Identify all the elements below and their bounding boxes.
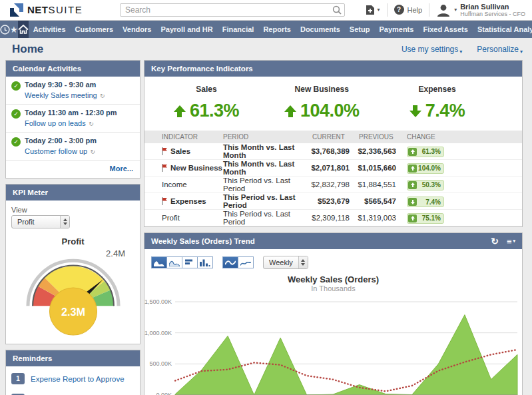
chart-line-smooth-button[interactable] [222, 256, 238, 268]
caret-down-icon: ▾ [454, 7, 457, 13]
nav-item-payroll-and-hr[interactable]: Payroll and HR [156, 21, 217, 38]
up-arrow-icon [174, 105, 186, 117]
netsuite-logo-icon [9, 3, 24, 17]
up-arrow-icon [408, 165, 417, 173]
kpi-view-select[interactable]: Profit [11, 215, 70, 228]
nav-item-customers[interactable]: Customers [71, 21, 118, 38]
recurring-icon: ↻ [100, 93, 105, 99]
sidebar: Calendar Activities ✓ Today 9:30 - 9:30 … [5, 60, 140, 395]
help-icon: ? [394, 5, 404, 15]
kpi-highlight-sales: Sales 61.3% [170, 85, 243, 121]
kpi-portlet-header[interactable]: Key Performance Indicators [144, 61, 522, 77]
chart-type-bar-button[interactable] [182, 256, 198, 268]
up-arrow-icon [408, 214, 417, 222]
gauge-value: 2.3M [61, 306, 85, 318]
check-icon: ✓ [11, 81, 21, 91]
brand-text-light: SUITE [49, 4, 83, 15]
topbar: NETSUITE ▾ ? Help [0, 0, 532, 21]
up-arrow-icon [408, 148, 417, 156]
kpi-table-header: INDICATOR PERIOD CURRENT PREVIOUS CHANGE [144, 131, 522, 143]
kpi-gauge: Profit 2.4M 2.3M [11, 236, 134, 338]
check-icon: ✓ [11, 109, 21, 119]
divider [429, 3, 429, 17]
main-navbar: ★ Activities Customers Vendors Payroll a… [0, 21, 532, 38]
change-badge: 61.3% [407, 147, 444, 157]
svg-text:1,500.00K: 1,500.00K [144, 298, 172, 305]
reminder-item: 39 Bills to Pay [6, 389, 140, 395]
more-link[interactable]: More... [110, 165, 133, 173]
reminders-portlet-header[interactable]: Reminders [6, 350, 140, 366]
tab-home[interactable] [18, 21, 29, 38]
nav-item-payments[interactable]: Payments [374, 21, 418, 38]
event-time: Today 11:30 am - 12:30 pm [25, 109, 117, 117]
nav-item-reports[interactable]: Reports [258, 21, 296, 38]
kpi-portlet: Key Performance Indicators Sales 61.3% N… [144, 60, 523, 227]
calendar-event: ✓ Today 2:00 - 3:00 pm Customer follow u… [6, 133, 140, 161]
user-menu[interactable]: ▾ Brian Sullivan Huffman Services - CFO [436, 3, 525, 18]
calendar-activities-portlet: Calendar Activities ✓ Today 9:30 - 9:30 … [5, 60, 140, 179]
nav-item-statistical-analysis[interactable]: Statistical Analysis [473, 21, 532, 38]
gauge-title: Profit [11, 236, 134, 246]
calendar-portlet-header[interactable]: Calendar Activities [6, 61, 140, 77]
nav-item-fixed-assets[interactable]: Fixed Assets [418, 21, 472, 38]
home-icon [18, 25, 29, 34]
caret-down-icon: ▾ [459, 49, 462, 55]
change-badge: 104.0% [407, 163, 444, 174]
global-search [120, 3, 345, 17]
flag-icon [162, 147, 168, 155]
nav-item-setup[interactable]: Setup [345, 21, 375, 38]
chart-type-area-outline-button[interactable] [166, 256, 182, 268]
kpi-meter-portlet: KPI Meter View Profit Profit 2.4M [5, 184, 140, 344]
create-new-icon [366, 5, 375, 15]
caret-down-icon: ▾ [377, 7, 380, 13]
kpi-table-row: Income This Period vs. Last Period $2,83… [144, 177, 522, 193]
trend-portlet-header[interactable]: Weekly Sales (Orders) Trend ↻ ≡▾ [144, 233, 522, 249]
trend-interval-select[interactable]: Weekly [263, 256, 308, 269]
create-new-button[interactable]: ▾ [366, 5, 380, 15]
event-time: Today 2:00 - 3:00 pm [25, 137, 97, 145]
use-my-settings-link[interactable]: Use my settings▾ [401, 45, 462, 54]
flag-icon [162, 164, 168, 172]
user-name: Brian Sullivan [460, 3, 525, 11]
down-arrow-icon [409, 105, 421, 117]
page-heading-row: Home Use my settings▾ Personalize▾ [0, 38, 532, 60]
kpi-table-row: Profit This Period vs. Last Period $2,30… [144, 210, 522, 226]
nav-item-documents[interactable]: Documents [296, 21, 345, 38]
reminder-link[interactable]: Expense Report to Approve [31, 375, 125, 383]
portlet-menu-button[interactable]: ≡▾ [507, 236, 515, 246]
recurring-icon: ↻ [91, 149, 96, 155]
topbar-actions: ▾ ? Help ▾ Brian Sullivan Huffman Servic… [366, 3, 532, 18]
reminders-portlet: Reminders 1 Expense Report to Approve 39… [5, 350, 140, 395]
refresh-icon[interactable]: ↻ [491, 236, 499, 246]
gauge-max-label: 2.4M [106, 248, 125, 258]
event-link[interactable]: Weekly Sales meeting [25, 91, 97, 99]
nav-item-activities[interactable]: Activities [29, 21, 71, 38]
gauge-meter: 2.3M [14, 248, 133, 336]
chart-type-area-button[interactable] [151, 256, 167, 268]
search-icon[interactable] [332, 5, 342, 17]
chart-line-button[interactable] [238, 256, 254, 268]
help-button[interactable]: ? Help [394, 5, 423, 15]
netsuite-logo[interactable]: NETSUITE [0, 3, 120, 17]
select-stepper-icon [60, 216, 69, 228]
event-link[interactable]: Follow up on leads [25, 119, 86, 127]
caret-down-icon: ▾ [520, 49, 523, 55]
recent-records-button[interactable] [0, 21, 10, 38]
chart-title: Weekly Sales (Orders) [144, 274, 522, 284]
personalize-link[interactable]: Personalize▾ [477, 45, 523, 54]
shortcuts-button[interactable]: ★ [10, 21, 18, 38]
page-title: Home [12, 43, 43, 56]
clock-icon [0, 25, 10, 35]
netsuite-dashboard: NETSUITE ▾ ? Help [0, 0, 532, 395]
nav-item-financial[interactable]: Financial [218, 21, 259, 38]
event-link[interactable]: Customer follow up [25, 147, 87, 155]
kpi-meter-portlet-header[interactable]: KPI Meter [6, 185, 140, 200]
recurring-icon: ↻ [89, 121, 94, 127]
nav-item-vendors[interactable]: Vendors [118, 21, 156, 38]
search-input[interactable] [120, 3, 345, 17]
chart-type-column-button[interactable] [197, 256, 213, 268]
chart-subtitle: In Thousands [144, 284, 522, 292]
change-badge: 75.1% [407, 213, 444, 224]
brand-text-bold: NET [27, 4, 49, 15]
main-content: Key Performance Indicators Sales 61.3% N… [144, 60, 523, 395]
